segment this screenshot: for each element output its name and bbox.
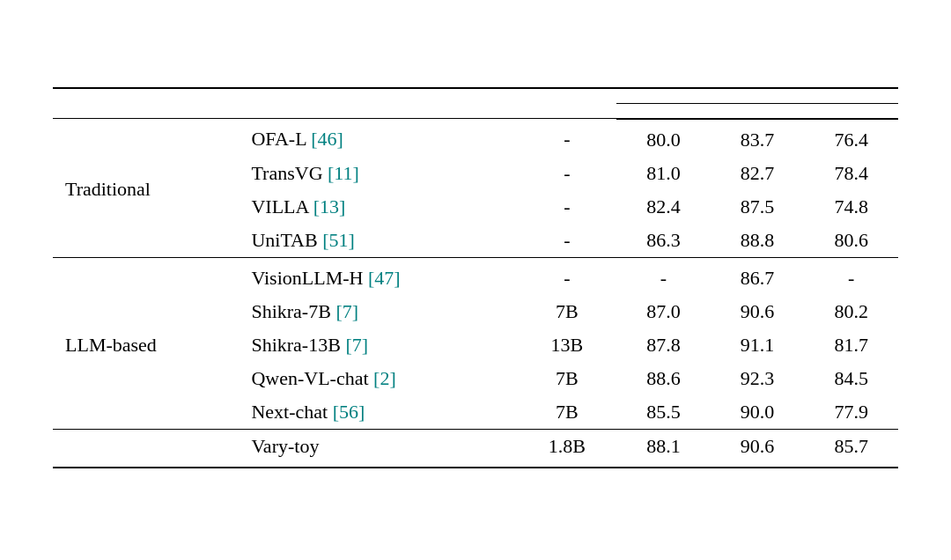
testA-cell: 83.7 [711, 119, 805, 157]
final-val-cell: 88.1 [616, 429, 711, 468]
testB-cell: 76.4 [804, 119, 898, 157]
method-cell: OFA-L [46] [239, 119, 517, 157]
val-cell: 86.3 [616, 224, 711, 258]
method-cell: TransVG [11] [239, 157, 517, 190]
testB-cell: 74.8 [804, 190, 898, 224]
testB-cell: 81.7 [804, 328, 898, 362]
val-cell: - [616, 257, 711, 295]
table-row: LLM-basedVisionLLM-H [47]--86.7- [53, 257, 898, 295]
size-cell: 7B [518, 362, 617, 395]
method-cell: UniTAB [51] [239, 224, 517, 258]
col-header-size [518, 88, 617, 119]
col-header-type [53, 88, 239, 119]
size-cell: - [518, 157, 617, 190]
table-row: TraditionalOFA-L [46]-80.083.776.4 [53, 119, 898, 157]
method-cell: VILLA [13] [239, 190, 517, 224]
testA-cell: 90.6 [711, 295, 805, 328]
size-cell: - [518, 224, 617, 258]
testA-cell: 90.0 [711, 395, 805, 430]
size-cell: 13B [518, 328, 617, 362]
type-cell: LLM-based [53, 257, 239, 429]
size-cell: 7B [518, 395, 617, 430]
method-cell: Shikra-13B [7] [239, 328, 517, 362]
table-container: TraditionalOFA-L [46]-80.083.776.4TransV… [53, 87, 898, 474]
final-size-cell: 1.8B [518, 429, 617, 468]
val-cell: 81.0 [616, 157, 711, 190]
method-cell: Qwen-VL-chat [2] [239, 362, 517, 395]
testB-cell: - [804, 257, 898, 295]
size-cell: - [518, 119, 617, 157]
header-row-1 [53, 88, 898, 104]
final-method-cell: Vary-toy [239, 429, 517, 468]
table-body: TraditionalOFA-L [46]-80.083.776.4TransV… [53, 119, 898, 468]
testA-cell: 91.1 [711, 328, 805, 362]
testA-cell: 82.7 [711, 157, 805, 190]
col-header-refcoco [616, 88, 898, 104]
col-header-testB [804, 103, 898, 119]
col-header-method [239, 88, 517, 119]
final-type-cell [53, 429, 239, 468]
size-cell: - [518, 257, 617, 295]
val-cell: 87.0 [616, 295, 711, 328]
testB-cell: 77.9 [804, 395, 898, 430]
val-cell: 82.4 [616, 190, 711, 224]
val-cell: 85.5 [616, 395, 711, 430]
val-cell: 88.6 [616, 362, 711, 395]
results-table: TraditionalOFA-L [46]-80.083.776.4TransV… [53, 87, 898, 468]
method-cell: Shikra-7B [7] [239, 295, 517, 328]
final-testB-cell: 85.7 [804, 429, 898, 468]
col-header-testA [711, 103, 805, 119]
method-cell: VisionLLM-H [47] [239, 257, 517, 295]
testB-cell: 84.5 [804, 362, 898, 395]
size-cell: - [518, 190, 617, 224]
testB-cell: 78.4 [804, 157, 898, 190]
testA-cell: 88.8 [711, 224, 805, 258]
method-cell: Next-chat [56] [239, 395, 517, 430]
size-cell: 7B [518, 295, 617, 328]
col-header-val [616, 103, 711, 119]
testA-cell: 86.7 [711, 257, 805, 295]
val-cell: 80.0 [616, 119, 711, 157]
testB-cell: 80.6 [804, 224, 898, 258]
val-cell: 87.8 [616, 328, 711, 362]
type-cell: Traditional [53, 119, 239, 258]
testA-cell: 87.5 [711, 190, 805, 224]
testB-cell: 80.2 [804, 295, 898, 328]
testA-cell: 92.3 [711, 362, 805, 395]
final-row: Vary-toy1.8B88.190.685.7 [53, 429, 898, 468]
final-testA-cell: 90.6 [711, 429, 805, 468]
